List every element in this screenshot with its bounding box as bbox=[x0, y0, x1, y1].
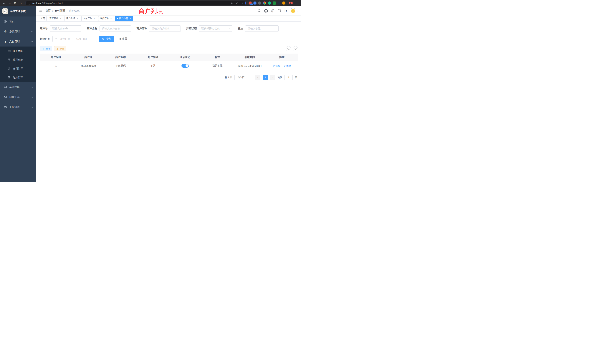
extension-icon[interactable] bbox=[253, 1, 257, 5]
sidebar-subitem-app-info[interactable]: 应用信息 bbox=[0, 55, 36, 64]
create-time-range[interactable]: - bbox=[53, 36, 97, 42]
navbar-actions: ? TT bbox=[258, 8, 298, 13]
site-info-icon[interactable]: i bbox=[28, 2, 30, 4]
pagination-total: 共 1 条 bbox=[225, 76, 232, 79]
close-icon[interactable]: × bbox=[110, 17, 112, 20]
font-size-icon[interactable]: TT bbox=[284, 10, 287, 12]
tab-process-form[interactable]: 流程表单× bbox=[48, 16, 63, 21]
tab-pay-order[interactable]: 支付订单× bbox=[81, 16, 97, 21]
end-date-input[interactable] bbox=[75, 37, 88, 40]
toggle-search-button[interactable] bbox=[286, 46, 291, 51]
reset-button[interactable]: 重置 bbox=[116, 36, 130, 42]
sidebar-subitem-label: 应用信息 bbox=[13, 58, 23, 62]
breadcrumb-payment[interactable]: 支付管理 bbox=[55, 9, 65, 12]
sidebar-item-devtools[interactable]: 研发工具 bbox=[0, 92, 36, 102]
edit-link[interactable]: 修改 bbox=[273, 64, 280, 67]
sidebar-subitem-refund-order[interactable]: 退款订单 bbox=[0, 73, 36, 82]
user-avatar[interactable] bbox=[290, 8, 298, 13]
share-icon[interactable] bbox=[236, 2, 239, 4]
close-icon[interactable]: × bbox=[129, 17, 132, 20]
prev-page-button[interactable]: ‹ bbox=[255, 75, 260, 80]
tab-home[interactable]: 首页 bbox=[39, 16, 46, 21]
chevron-down-icon bbox=[31, 30, 33, 32]
screen: ← → ⟳ ⌂ i localhost:1024/pay/merchant ☆ … bbox=[0, 0, 301, 182]
tab-label: 商户信息 bbox=[119, 17, 128, 20]
main-area: 首页 / 支付管理 / 商户信息 ? TT bbox=[36, 6, 301, 182]
close-icon[interactable]: × bbox=[59, 17, 62, 20]
sidebar: 芋道管理系统 首页 ⚙ 系统管理 ¥ 支付管理 bbox=[0, 6, 36, 182]
column-header: 商户全称 bbox=[104, 54, 137, 61]
delete-link[interactable]: 删除 bbox=[284, 64, 291, 67]
help-icon[interactable]: ? bbox=[271, 9, 274, 12]
next-page-button[interactable]: › bbox=[270, 75, 275, 80]
browser-update-button[interactable]: 更新 bbox=[288, 1, 293, 5]
hamburger-icon[interactable] bbox=[39, 9, 43, 12]
fullscreen-icon[interactable] bbox=[278, 9, 281, 12]
full-name-input[interactable] bbox=[99, 25, 131, 32]
extension-icon[interactable]: 10 bbox=[248, 1, 252, 5]
tab-user-group[interactable]: 用户分组× bbox=[64, 16, 80, 21]
reload-icon[interactable]: ⟳ bbox=[13, 2, 17, 4]
sidebar-item-system[interactable]: ⚙ 系统管理 bbox=[0, 26, 36, 36]
tab-merchant-info[interactable]: 商户信息× bbox=[115, 16, 133, 21]
sidebar-item-infrastructure[interactable]: 基础设施 bbox=[0, 82, 36, 92]
merchant-no-input[interactable] bbox=[50, 25, 81, 32]
status-toggle[interactable] bbox=[182, 64, 189, 68]
extension-icon[interactable] bbox=[263, 1, 266, 5]
sidebar-item-label: 首页 bbox=[9, 20, 14, 23]
close-icon[interactable]: × bbox=[76, 17, 79, 20]
sidebar-item-home[interactable]: 首页 bbox=[0, 17, 36, 26]
page-size-select[interactable]: 10条/页 bbox=[235, 75, 253, 80]
tab-label: 退款订单 bbox=[100, 17, 109, 20]
extension-icon[interactable] bbox=[268, 1, 271, 5]
add-button[interactable]: ＋ 新增 bbox=[40, 46, 52, 51]
home-icon[interactable]: ⌂ bbox=[19, 2, 23, 4]
short-name-input[interactable] bbox=[149, 25, 181, 32]
browser-menu-icon[interactable]: ⋮ bbox=[295, 2, 299, 4]
tab-label: 首页 bbox=[40, 17, 45, 20]
tab-refund-order[interactable]: 退款订单× bbox=[98, 16, 114, 21]
bookmark-star-icon[interactable]: ☆ bbox=[241, 2, 243, 5]
search-icon bbox=[287, 48, 290, 50]
filter-full-name: 商户全称 bbox=[87, 25, 131, 32]
sidebar-item-payment[interactable]: ¥ 支付管理 bbox=[0, 36, 36, 46]
yen-icon: ¥ bbox=[4, 40, 7, 43]
url-bar[interactable]: i localhost:1024/pay/merchant ☆ bbox=[26, 1, 246, 5]
column-header: 操作 bbox=[266, 54, 298, 61]
extension-icon[interactable] bbox=[273, 1, 276, 5]
refresh-table-button[interactable] bbox=[293, 46, 298, 51]
remark-input[interactable] bbox=[245, 25, 279, 32]
key-icon[interactable] bbox=[231, 2, 234, 4]
forward-icon[interactable]: → bbox=[8, 2, 11, 4]
reset-button-label: 重置 bbox=[122, 37, 127, 41]
filter-remark: 备注 bbox=[238, 25, 279, 32]
back-icon[interactable]: ← bbox=[2, 2, 6, 4]
status-select-input[interactable] bbox=[199, 25, 232, 32]
breadcrumb-home[interactable]: 首页 bbox=[45, 9, 51, 12]
browser-extensions: 10 bbox=[248, 1, 285, 5]
page-size-value: 10条/页 bbox=[236, 76, 245, 79]
github-icon[interactable] bbox=[264, 9, 268, 13]
status-select[interactable] bbox=[199, 25, 232, 32]
search-button[interactable]: 搜索 bbox=[99, 36, 114, 42]
sidebar-item-workflow[interactable]: 工作流程 bbox=[0, 102, 36, 112]
page-1-button[interactable]: 1 bbox=[263, 75, 268, 80]
cell-actions: 修改 删除 bbox=[266, 61, 298, 71]
extension-icon[interactable] bbox=[258, 1, 261, 5]
cell-short-name: 芋艿 bbox=[137, 61, 169, 71]
filter-row-2: 创建时间 - 搜索 重置 bbox=[40, 36, 298, 42]
sidebar-subitem-merchant-info[interactable]: 商户信息 bbox=[0, 46, 36, 55]
table-toolbar: ＋ 新增 导出 bbox=[40, 46, 298, 51]
export-button[interactable]: 导出 bbox=[54, 46, 66, 51]
cell-remark: 我是备注 bbox=[201, 61, 234, 71]
delete-link-label: 删除 bbox=[286, 64, 291, 67]
start-date-input[interactable] bbox=[59, 37, 72, 40]
goto-page-input[interactable] bbox=[284, 75, 293, 80]
extension-icon[interactable] bbox=[278, 1, 281, 5]
profile-avatar[interactable] bbox=[282, 1, 285, 5]
app-logo[interactable]: 芋道管理系统 bbox=[0, 6, 36, 17]
search-icon[interactable] bbox=[258, 9, 261, 12]
close-icon[interactable]: × bbox=[93, 17, 96, 20]
filter-label: 商户简称 bbox=[137, 27, 147, 30]
sidebar-subitem-pay-order[interactable]: 支付订单 bbox=[0, 64, 36, 73]
